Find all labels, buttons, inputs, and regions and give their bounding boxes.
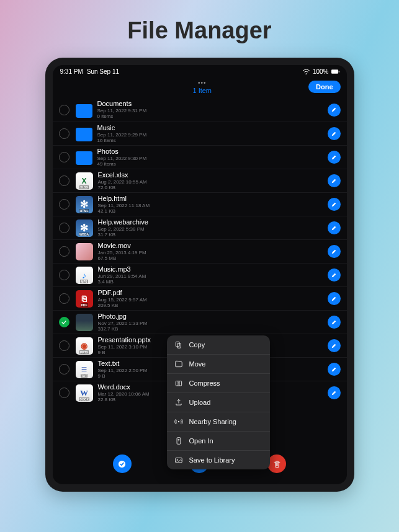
file-row[interactable]: MP3Music.mp3Jun 29, 2011 8:54 AM3.4 MB: [53, 263, 347, 286]
file-size: 16 items: [97, 138, 328, 143]
menu-item-save-library[interactable]: Save to Library: [167, 451, 270, 469]
checkbox[interactable]: [59, 128, 69, 139]
edit-button[interactable]: [328, 292, 341, 305]
file-name: Help.webarchive: [98, 218, 328, 226]
file-meta: Aug 15, 2022 9:57 AM209.5 KB: [98, 297, 328, 308]
menu-item-label: Move: [189, 360, 206, 368]
checkbox[interactable]: [59, 388, 69, 398]
file-size: 209.5 KB: [98, 303, 328, 308]
menu-item-compress[interactable]: Compress: [167, 374, 270, 393]
file-meta: Jun 29, 2011 8:54 AM3.4 MB: [98, 273, 328, 285]
folder-icon: [76, 104, 92, 118]
file-row[interactable]: Movie.movJan 25, 2013 4:19 PM67.5 MB: [53, 239, 347, 263]
more-icon[interactable]: •••: [96, 79, 309, 86]
menu-item-move[interactable]: Move: [167, 355, 270, 374]
edit-button[interactable]: [328, 386, 341, 399]
file-ext-badge: PDF: [81, 303, 88, 307]
file-info: MusicSep 11, 2022 9:29 PM16 items: [97, 124, 328, 143]
checkbox[interactable]: [59, 175, 69, 186]
file-info: PhotosSep 11, 2022 9:30 PM49 items: [97, 148, 328, 167]
wifi-icon: [302, 69, 310, 74]
menu-item-copy[interactable]: Copy: [167, 335, 270, 355]
file-date: Jan 25, 2013 4:19 PM: [98, 250, 328, 255]
docx-icon: DOCX: [76, 384, 93, 402]
delete-button[interactable]: [267, 454, 286, 473]
file-name: PDF.pdf: [98, 289, 328, 297]
file-ext-badge: PPTX: [79, 350, 89, 354]
checkbox[interactable]: [59, 340, 69, 351]
file-meta: Sep 11, 2022 9:30 PM49 items: [97, 156, 328, 167]
edit-button[interactable]: [328, 316, 341, 329]
edit-button[interactable]: [328, 268, 341, 282]
file-size: 332.7 KB: [98, 326, 328, 332]
pencil-icon: [331, 178, 337, 184]
pencil-icon: [331, 366, 337, 373]
file-row[interactable]: PDFPDF.pdfAug 15, 2022 9:57 AM209.5 KB: [53, 286, 347, 310]
pencil-icon: [331, 272, 337, 278]
edit-button[interactable]: [328, 174, 341, 187]
menu-item-open-in[interactable]: Open In: [167, 432, 270, 451]
file-ext-badge: XLSX: [79, 185, 89, 189]
file-row[interactable]: XLSXExcel.xlsxAug 2, 2022 10:55 AM72.0 K…: [53, 169, 347, 192]
checkbox[interactable]: [59, 105, 69, 115]
file-date: Sep 11, 2022 9:31 PM: [97, 108, 328, 113]
pencil-icon: [331, 343, 337, 349]
file-row[interactable]: PhotosSep 11, 2022 9:30 PM49 items: [53, 145, 347, 169]
file-size: 42.1 KB: [98, 208, 328, 214]
file-size: 72.0 KB: [98, 185, 328, 190]
checkbox[interactable]: [59, 317, 69, 327]
edit-button[interactable]: [328, 245, 341, 258]
edit-button[interactable]: [328, 339, 341, 352]
folder-icon: [76, 128, 92, 141]
file-size: 3.4 MB: [98, 279, 328, 285]
trash-icon: [272, 459, 282, 469]
edit-button[interactable]: [328, 198, 341, 211]
edit-button[interactable]: [328, 104, 341, 117]
select-all-button[interactable]: [113, 454, 132, 473]
file-meta: Nov 27, 2020 1:33 PM332.7 KB: [98, 321, 328, 332]
file-row[interactable]: WEBAHelp.webarchiveSep 2, 2022 5:38 PM31…: [53, 216, 347, 239]
file-info: Help.webarchiveSep 2, 2022 5:38 PM31.7 K…: [98, 218, 328, 237]
edit-button[interactable]: [328, 363, 341, 376]
file-row[interactable]: DocumentsSep 11, 2022 9:31 PM0 items: [53, 98, 347, 122]
save-library-icon: [174, 456, 183, 464]
file-row[interactable]: MusicSep 11, 2022 9:29 PM16 items: [53, 122, 347, 145]
checkbox[interactable]: [59, 223, 69, 233]
file-meta: Sep 11, 2022 9:31 PM0 items: [97, 108, 328, 119]
checkbox[interactable]: [59, 199, 69, 210]
file-name: Help.html: [98, 195, 328, 203]
edit-button[interactable]: [328, 151, 341, 164]
edit-button[interactable]: [328, 221, 341, 234]
status-battery: 100%: [313, 68, 329, 75]
file-size: 67.5 MB: [98, 255, 328, 261]
promo-title: File Manager: [127, 17, 271, 44]
checkbox[interactable]: [59, 270, 69, 280]
checkbox[interactable]: [59, 152, 69, 162]
pencil-icon: [331, 131, 337, 137]
file-row[interactable]: HTMLHelp.htmlSep 11, 2022 11:18 AM42.1 K…: [53, 192, 347, 216]
edit-button[interactable]: [328, 127, 341, 140]
file-meta: Aug 2, 2022 10:55 AM72.0 KB: [98, 179, 328, 190]
file-meta: Sep 11, 2022 11:18 AM42.1 KB: [98, 203, 328, 214]
checkbox[interactable]: [59, 364, 69, 375]
pencil-icon: [331, 296, 337, 302]
file-date: Aug 2, 2022 10:55 AM: [98, 179, 328, 185]
menu-item-label: Compress: [189, 379, 220, 387]
menu-item-label: Open In: [189, 437, 213, 445]
photo-icon: [76, 314, 93, 331]
compress-icon: [174, 379, 183, 388]
file-ext-badge: HTML: [79, 209, 89, 213]
menu-item-nearby[interactable]: Nearby Sharing: [167, 412, 270, 432]
file-name: Movie.mov: [98, 242, 328, 250]
menu-item-upload[interactable]: Upload: [167, 393, 270, 412]
pdf-icon: PDF: [76, 290, 93, 308]
menu-item-label: Nearby Sharing: [189, 418, 236, 425]
file-row[interactable]: Photo.jpgNov 27, 2020 1:33 PM332.7 KB: [53, 310, 347, 334]
pencil-icon: [331, 319, 337, 326]
html-icon: HTML: [76, 196, 93, 213]
checkbox[interactable]: [59, 293, 69, 304]
status-time: 9:31 PM: [60, 68, 83, 75]
checkbox[interactable]: [59, 246, 69, 257]
weba-icon: WEBA: [76, 219, 93, 237]
done-button[interactable]: Done: [308, 81, 341, 93]
